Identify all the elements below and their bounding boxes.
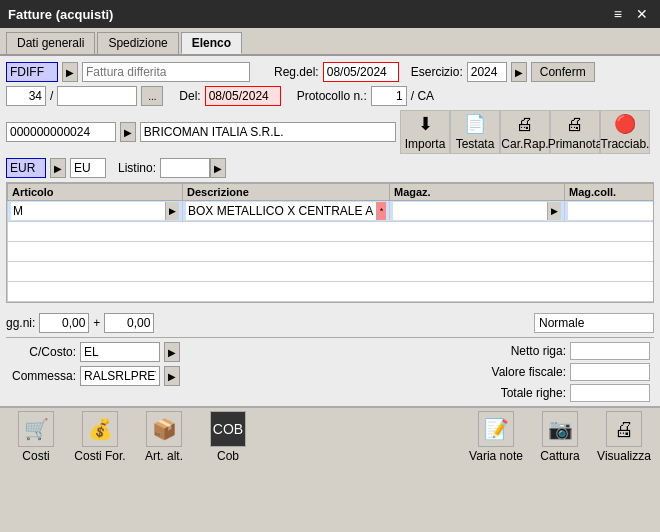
valore-fiscale-label: Valore fiscale: bbox=[466, 365, 566, 379]
tracciab-button[interactable]: 🔴 Tracciab. bbox=[600, 110, 650, 154]
cattura-button[interactable]: 📷 Cattura bbox=[532, 411, 588, 463]
del-input[interactable] bbox=[205, 86, 281, 106]
reg-del-input[interactable] bbox=[323, 62, 399, 82]
gg-left: gg.ni: + bbox=[6, 313, 154, 333]
cattura-label: Cattura bbox=[540, 449, 579, 463]
window-title: Fatture (acquisti) bbox=[8, 7, 113, 22]
footer-right-buttons: 📝 Varia note 📷 Cattura 🖨 Visualizza bbox=[468, 411, 652, 463]
commessa-input[interactable] bbox=[80, 366, 160, 386]
account-code-input[interactable] bbox=[6, 122, 116, 142]
table-row-empty-2 bbox=[8, 242, 655, 262]
visualizza-button[interactable]: 🖨 Visualizza bbox=[596, 411, 652, 463]
cob-button[interactable]: COB Cob bbox=[200, 411, 256, 463]
row-2: / ... Del: Protocollo n.: / CA bbox=[6, 86, 654, 106]
costi-icon: 🛒 bbox=[18, 411, 54, 447]
esercizio-input[interactable] bbox=[467, 62, 507, 82]
doc-sub-input[interactable] bbox=[57, 86, 137, 106]
currency-input[interactable] bbox=[6, 158, 46, 178]
status-input[interactable] bbox=[534, 313, 654, 333]
data-table: Articolo Descrizione Magaz. Mag.coll. U.… bbox=[7, 183, 654, 302]
protocollo-label: Protocollo n.: bbox=[297, 89, 367, 103]
table-row-empty-1 bbox=[8, 222, 655, 242]
testata-icon: 📄 bbox=[464, 113, 486, 135]
importa-icon: ⬇ bbox=[418, 113, 433, 135]
row-3: ▶ ⬇ Importa 📄 Testata 🖨 Car.Rap. 🖨 Prima… bbox=[6, 110, 654, 154]
currency-arrow[interactable]: ▶ bbox=[50, 158, 66, 178]
esercizio-label: Esercizio: bbox=[411, 65, 463, 79]
cell-descrizione[interactable]: * bbox=[183, 201, 390, 222]
divider bbox=[6, 337, 654, 338]
costi-button[interactable]: 🛒 Costi bbox=[8, 411, 64, 463]
magcoll-input[interactable] bbox=[568, 202, 654, 220]
cell-magcoll[interactable]: ▶ bbox=[565, 201, 655, 222]
testata-label: Testata bbox=[456, 137, 495, 151]
ccosto-arrow[interactable]: ▶ bbox=[164, 342, 180, 362]
zone-input[interactable] bbox=[70, 158, 106, 178]
account-name-input[interactable] bbox=[140, 122, 396, 142]
primanota-button[interactable]: 🖨 Primanota bbox=[550, 110, 600, 154]
cell-articolo[interactable]: ▶ bbox=[8, 201, 183, 222]
totals-right: Netto riga: Valore fiscale: Totale righe… bbox=[466, 342, 654, 402]
listino-arrow[interactable]: ▶ bbox=[210, 158, 226, 178]
visualizza-label: Visualizza bbox=[597, 449, 651, 463]
code-input[interactable] bbox=[6, 62, 58, 82]
carrap-icon: 🖨 bbox=[516, 114, 534, 135]
visualizza-icon: 🖨 bbox=[606, 411, 642, 447]
close-icon[interactable]: ✕ bbox=[632, 6, 652, 22]
main-content: ▶ Reg.del: Esercizio: ▶ Conferm / ... De… bbox=[0, 56, 660, 309]
description-input[interactable] bbox=[82, 62, 250, 82]
art-alt-button[interactable]: 📦 Art. alt. bbox=[136, 411, 192, 463]
descrizione-flag[interactable]: * bbox=[376, 202, 386, 220]
carrap-label: Car.Rap. bbox=[501, 137, 548, 151]
varia-note-button[interactable]: 📝 Varia note bbox=[468, 411, 524, 463]
totale-righe-input[interactable] bbox=[570, 384, 650, 402]
costi-for-label: Costi For. bbox=[74, 449, 125, 463]
cob-label: Cob bbox=[217, 449, 239, 463]
code-arrow[interactable]: ▶ bbox=[62, 62, 78, 82]
varia-note-label: Varia note bbox=[469, 449, 523, 463]
tracciab-label: Tracciab. bbox=[601, 137, 650, 151]
importa-button[interactable]: ⬇ Importa bbox=[400, 110, 450, 154]
ggni-input1[interactable] bbox=[39, 313, 89, 333]
table-row[interactable]: ▶ * ▶ bbox=[8, 201, 655, 222]
magaz-arrow[interactable]: ▶ bbox=[547, 202, 561, 220]
doc-number-input[interactable] bbox=[6, 86, 46, 106]
testata-button[interactable]: 📄 Testata bbox=[450, 110, 500, 154]
tab-elenco[interactable]: Elenco bbox=[181, 32, 242, 54]
articolo-input[interactable] bbox=[11, 202, 165, 220]
ccosto-input[interactable] bbox=[80, 342, 160, 362]
col-articolo: Articolo bbox=[8, 184, 183, 201]
carrap-button[interactable]: 🖨 Car.Rap. bbox=[500, 110, 550, 154]
cell-magaz[interactable]: ▶ bbox=[390, 201, 565, 222]
menu-icon[interactable]: ≡ bbox=[610, 6, 626, 22]
commessa-arrow[interactable]: ▶ bbox=[164, 366, 180, 386]
account-arrow[interactable]: ▶ bbox=[120, 122, 136, 142]
protocollo-input[interactable] bbox=[371, 86, 407, 106]
netto-riga-input[interactable] bbox=[570, 342, 650, 360]
costi-for-button[interactable]: 💰 Costi For. bbox=[72, 411, 128, 463]
ggni-plus: + bbox=[93, 316, 100, 330]
title-bar: Fatture (acquisti) ≡ ✕ bbox=[0, 0, 660, 28]
protocollo-suffix: / CA bbox=[411, 89, 434, 103]
descrizione-input[interactable] bbox=[186, 202, 376, 220]
listino-dropdown[interactable]: ▶ bbox=[160, 158, 226, 178]
tracciab-icon: 🔴 bbox=[614, 113, 636, 135]
articolo-arrow[interactable]: ▶ bbox=[165, 202, 179, 220]
esercizio-arrow[interactable]: ▶ bbox=[511, 62, 527, 82]
bottom-form-area: C/Costo: ▶ Commessa: ▶ Netto riga: Valor… bbox=[6, 342, 654, 402]
ggni-input2[interactable] bbox=[104, 313, 154, 333]
netto-riga-label: Netto riga: bbox=[466, 344, 566, 358]
conferma-button[interactable]: Conferm bbox=[531, 62, 595, 82]
row-4: ▶ Listino: ▶ bbox=[6, 158, 654, 178]
tab-spedizione[interactable]: Spedizione bbox=[97, 32, 178, 54]
tab-dati-generali[interactable]: Dati generali bbox=[6, 32, 95, 54]
costi-label: Costi bbox=[22, 449, 49, 463]
three-dots-button[interactable]: ... bbox=[141, 86, 163, 106]
importa-label: Importa bbox=[405, 137, 446, 151]
valore-fiscale-input[interactable] bbox=[570, 363, 650, 381]
table-row-empty-3 bbox=[8, 262, 655, 282]
table-row-empty-4 bbox=[8, 282, 655, 302]
magaz-input[interactable] bbox=[393, 202, 547, 220]
totale-righe-row: Totale righe: bbox=[466, 384, 650, 402]
listino-input[interactable] bbox=[160, 158, 210, 178]
